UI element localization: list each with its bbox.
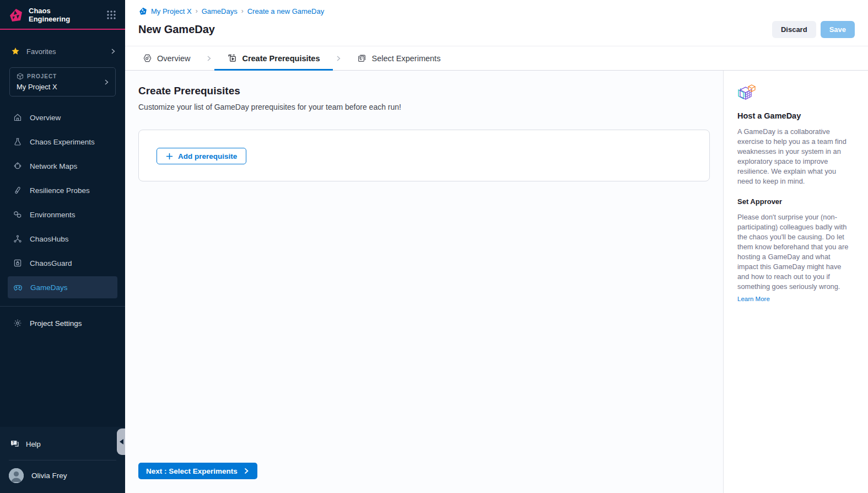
- help-panel-subtitle: Set Approver: [737, 197, 853, 206]
- cube-icon: [17, 73, 24, 80]
- user-name: Olivia Frey: [31, 471, 67, 480]
- favorites-label: Favorites: [26, 47, 110, 56]
- sidebar-item-chaoshubs[interactable]: ChaosHubs: [0, 227, 125, 251]
- svg-text:?: ?: [12, 441, 14, 444]
- main-column: My Project X › GameDays › Create a new G…: [125, 0, 868, 493]
- tab-label: Select Experiments: [371, 54, 440, 63]
- help-panel: Host a GameDay A GameDay is a collaborat…: [723, 71, 868, 493]
- flask-icon: [13, 137, 22, 146]
- prerequisites-tab-icon: [228, 53, 237, 63]
- section-heading: Create Prerequisites: [138, 85, 710, 97]
- tab-create-prerequisites[interactable]: Create Prerequisites: [214, 46, 333, 70]
- wizard-tabs: Overview Create Prerequisites: [125, 46, 868, 71]
- gear-icon: [13, 319, 22, 328]
- sidebar-item-gamedays[interactable]: GameDays: [8, 276, 117, 298]
- help-button[interactable]: ? Help: [0, 435, 125, 453]
- sidebar-nav: Overview Chaos Experiments Network Maps: [0, 105, 125, 299]
- help-label: Help: [26, 440, 41, 448]
- sidebar-item-label: Chaos Experiments: [30, 138, 95, 146]
- breadcrumb-link-project[interactable]: My Project X: [151, 7, 192, 15]
- hub-icon: [13, 234, 22, 243]
- sidebar-item-chaos-experiments[interactable]: Chaos Experiments: [0, 130, 125, 154]
- sidebar-item-label: GameDays: [30, 283, 68, 292]
- project-selector[interactable]: PROJECT My Project X: [9, 67, 116, 97]
- breadcrumb-link-gamedays[interactable]: GameDays: [202, 7, 238, 15]
- chevron-right-icon: [103, 78, 110, 86]
- tab-overview[interactable]: Overview: [130, 46, 203, 70]
- work-area: Create Prerequisites Customize your list…: [125, 71, 723, 493]
- sidebar-item-overview[interactable]: Overview: [0, 105, 125, 130]
- prerequisites-card: Add prerequisite: [138, 130, 710, 181]
- save-button[interactable]: Save: [821, 21, 855, 38]
- chevron-right-icon: [243, 468, 250, 474]
- sidebar-item-environments[interactable]: Environments: [0, 202, 125, 227]
- learn-more-link[interactable]: Learn More: [737, 296, 770, 302]
- next-button-label: Next : Select Experiments: [146, 467, 238, 475]
- network-map-icon: [13, 162, 22, 170]
- chaos-logo-icon: [8, 7, 23, 23]
- chevron-right-icon: [110, 48, 116, 55]
- help-bubble-icon: ?: [10, 440, 19, 448]
- sidebar-item-project-settings[interactable]: Project Settings: [0, 311, 125, 335]
- tab-select-experiments[interactable]: Select Experiments: [344, 46, 454, 70]
- overview-tab-icon: [143, 53, 152, 63]
- breadcrumb-separator: ›: [241, 7, 244, 15]
- sidebar-item-label: ChaosHubs: [30, 235, 69, 243]
- sidebar-footer: ? Help Olivia Frey: [0, 427, 125, 493]
- favorites-row[interactable]: Favorites: [0, 43, 125, 60]
- environments-icon: [13, 210, 22, 219]
- sidebar: Chaos Engineering Favorites: [0, 0, 125, 493]
- help-panel-approver-text: Please don't surprise your (non-particip…: [737, 212, 853, 292]
- avatar: [9, 468, 24, 483]
- tab-label: Create Prerequisites: [242, 54, 320, 63]
- sidebar-item-network-maps[interactable]: Network Maps: [0, 154, 125, 178]
- app-switcher-icon[interactable]: [106, 10, 116, 20]
- sidebar-item-label: Project Settings: [30, 319, 82, 328]
- sidebar-item-resilience-probes[interactable]: Resilience Probes: [0, 178, 125, 202]
- star-icon: [11, 47, 20, 56]
- add-prerequisite-label: Add prerequisite: [178, 152, 237, 160]
- tab-label: Overview: [157, 54, 190, 63]
- page-title: New GameDay: [138, 23, 772, 36]
- breadcrumb-link-current[interactable]: Create a new GameDay: [247, 7, 324, 15]
- breadcrumb-separator: ›: [196, 7, 198, 15]
- plus-icon: [166, 153, 173, 160]
- project-name: My Project X: [17, 83, 103, 91]
- help-panel-title: Host a GameDay: [737, 111, 853, 120]
- sidebar-collapse-handle[interactable]: [117, 428, 126, 455]
- user-menu[interactable]: Olivia Frey: [0, 460, 125, 493]
- brand-header: Chaos Engineering: [0, 0, 125, 30]
- sidebar-item-label: Resilience Probes: [30, 186, 90, 195]
- next-select-experiments-button[interactable]: Next : Select Experiments: [138, 463, 257, 479]
- chaos-module-icon: [138, 7, 147, 15]
- section-subheading: Customize your list of GameDay prerequis…: [138, 103, 710, 111]
- home-icon: [13, 113, 22, 122]
- project-label: PROJECT: [27, 73, 57, 79]
- sidebar-divider: [0, 306, 125, 307]
- sidebar-item-label: Overview: [30, 114, 61, 122]
- sidebar-item-label: ChaosGuard: [30, 259, 72, 267]
- gamepad-icon: [13, 283, 23, 292]
- guard-lock-icon: [13, 259, 22, 267]
- sidebar-item-label: Network Maps: [30, 162, 77, 170]
- experiments-tab-icon: [357, 53, 366, 63]
- help-panel-intro: A GameDay is a collaborative exercise to…: [737, 127, 853, 186]
- cubes-illustration-icon: [737, 84, 853, 103]
- breadcrumb: My Project X › GameDays › Create a new G…: [138, 6, 855, 17]
- sidebar-item-label: Environments: [30, 211, 76, 219]
- sidebar-item-chaosguard[interactable]: ChaosGuard: [0, 251, 125, 275]
- page-header: My Project X › GameDays › Create a new G…: [125, 0, 868, 46]
- brand-title: Chaos Engineering: [29, 7, 106, 23]
- discard-button[interactable]: Discard: [772, 21, 816, 38]
- tab-separator: [203, 46, 214, 70]
- probe-icon: [13, 186, 22, 195]
- chevron-left-icon: [120, 439, 123, 444]
- tab-separator: [333, 46, 344, 70]
- add-prerequisite-button[interactable]: Add prerequisite: [157, 148, 246, 164]
